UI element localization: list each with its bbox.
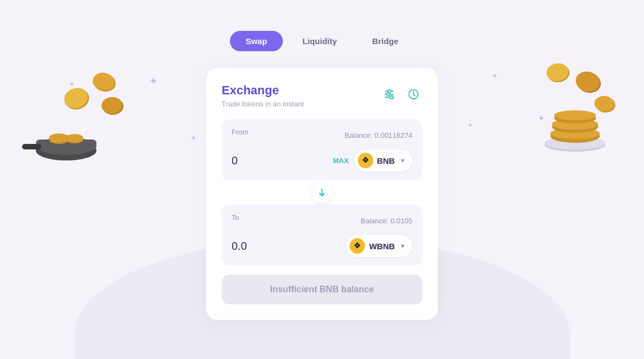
from-chevron-icon: ▼ (400, 157, 406, 164)
tab-liquidity[interactable]: Liquidity (287, 31, 353, 51)
bnb-icon (358, 153, 373, 168)
svg-point-25 (545, 62, 570, 83)
tab-swap[interactable]: Swap (230, 31, 282, 51)
left-decoration (19, 58, 141, 168)
to-input-row: 0.0 WBNB ▼ (232, 235, 412, 257)
to-balance: Balance: 0.0105 (361, 217, 412, 225)
settings-icon-btn[interactable] (380, 85, 398, 103)
to-label: To (232, 213, 239, 222)
from-label-row: From Balance: 0.00118274 (232, 128, 412, 143)
to-token-selector[interactable]: WBNB ▼ (346, 235, 412, 257)
svg-point-36 (390, 96, 394, 99)
sparkle-6: ✦ (468, 121, 473, 129)
from-balance: Balance: 0.00118274 (345, 131, 412, 140)
wbnb-icon (350, 238, 365, 254)
from-token-label: BNB (377, 156, 395, 165)
sparkle-4: ✦ (492, 72, 498, 80)
swap-arrow-container (222, 180, 422, 205)
to-token-label: WBNB (369, 242, 395, 251)
tab-bridge[interactable]: Bridge (357, 31, 414, 51)
from-amount[interactable]: 0 (232, 154, 238, 167)
history-icon-btn[interactable] (405, 85, 422, 103)
to-field: To Balance: 0.0105 0.0 WBNB ▼ (222, 205, 422, 266)
action-button[interactable]: Insufficient BNB balance (222, 275, 422, 304)
svg-rect-3 (22, 144, 41, 149)
max-button[interactable]: MAX (333, 157, 349, 165)
to-label-row: To Balance: 0.0105 (232, 213, 412, 228)
card-action-icons (380, 85, 422, 103)
from-input-row: 0 MAX BNB ▼ (232, 149, 412, 172)
to-amount[interactable]: 0.0 (232, 240, 247, 253)
from-label: From (232, 128, 248, 136)
to-chevron-icon: ▼ (400, 243, 406, 249)
svg-point-21 (554, 110, 596, 120)
exchange-card: Exchange Trade tokens in an instant (206, 68, 438, 320)
card-subtitle: Trade tokens in an instant (222, 100, 304, 108)
svg-point-7 (66, 134, 83, 142)
right-decoration (498, 47, 619, 157)
card-header: Exchange Trade tokens in an instant (222, 83, 422, 108)
from-controls: MAX BNB ▼ (333, 149, 412, 172)
svg-point-33 (387, 93, 390, 96)
svg-point-23 (573, 69, 602, 94)
card-title: Exchange (222, 83, 304, 98)
svg-point-9 (61, 85, 91, 112)
swap-direction-button[interactable] (312, 183, 332, 202)
from-token-selector[interactable]: BNB ▼ (355, 149, 412, 172)
sparkle-1: ✦ (149, 74, 158, 88)
from-field: From Balance: 0.00118274 0 MAX (222, 119, 422, 180)
card-title-group: Exchange Trade tokens in an instant (222, 83, 304, 108)
nav-tabs: Swap Liquidity Bridge (230, 31, 414, 51)
sparkle-2: ✦ (190, 133, 197, 142)
